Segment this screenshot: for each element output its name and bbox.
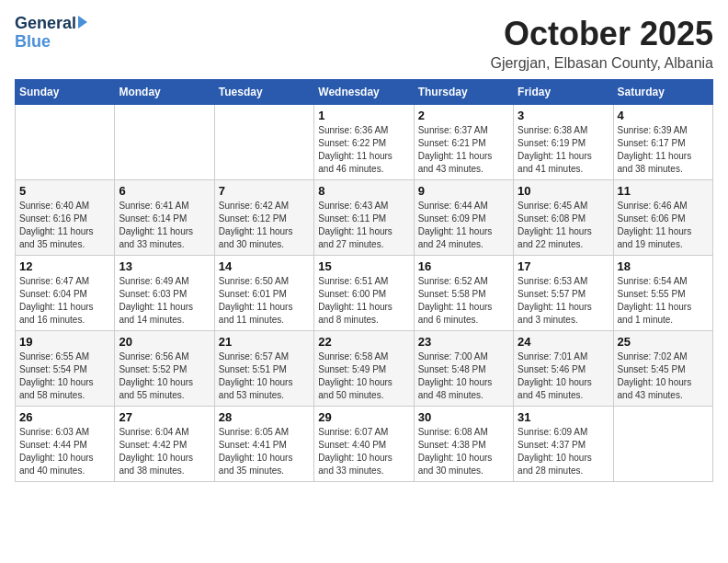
calendar-cell: 4Sunrise: 6:39 AM Sunset: 6:17 PM Daylig… xyxy=(613,105,712,180)
calendar-cell: 2Sunrise: 6:37 AM Sunset: 6:21 PM Daylig… xyxy=(414,105,513,180)
calendar-cell: 21Sunrise: 6:57 AM Sunset: 5:51 PM Dayli… xyxy=(214,331,313,407)
calendar-cell: 30Sunrise: 6:08 AM Sunset: 4:38 PM Dayli… xyxy=(414,407,513,482)
calendar-week-3: 12Sunrise: 6:47 AM Sunset: 6:04 PM Dayli… xyxy=(16,256,713,331)
calendar-week-5: 26Sunrise: 6:03 AM Sunset: 4:44 PM Dayli… xyxy=(16,407,713,482)
day-number: 19 xyxy=(19,335,110,349)
day-number: 1 xyxy=(318,109,409,122)
calendar-cell: 15Sunrise: 6:51 AM Sunset: 6:00 PM Dayli… xyxy=(314,256,414,331)
day-number: 6 xyxy=(119,184,210,198)
day-info: Sunrise: 7:01 AM Sunset: 5:46 PM Dayligh… xyxy=(518,350,609,402)
day-info: Sunrise: 6:46 AM Sunset: 6:06 PM Dayligh… xyxy=(618,200,709,251)
day-number: 21 xyxy=(219,335,310,349)
calendar-week-2: 5Sunrise: 6:40 AM Sunset: 6:16 PM Daylig… xyxy=(16,180,713,256)
day-number: 26 xyxy=(19,410,110,424)
day-info: Sunrise: 6:53 AM Sunset: 5:57 PM Dayligh… xyxy=(518,275,609,327)
calendar-cell: 1Sunrise: 6:36 AM Sunset: 6:22 PM Daylig… xyxy=(314,105,414,180)
calendar-cell: 27Sunrise: 6:04 AM Sunset: 4:42 PM Dayli… xyxy=(115,407,214,482)
calendar-cell xyxy=(214,105,313,180)
calendar-cell: 16Sunrise: 6:52 AM Sunset: 5:58 PM Dayli… xyxy=(414,256,513,331)
calendar-week-1: 1Sunrise: 6:36 AM Sunset: 6:22 PM Daylig… xyxy=(16,105,713,180)
day-info: Sunrise: 6:49 AM Sunset: 6:03 PM Dayligh… xyxy=(119,275,210,327)
day-info: Sunrise: 6:40 AM Sunset: 6:16 PM Dayligh… xyxy=(19,200,110,251)
page-header: General Blue October 2025 Gjergjan, Elba… xyxy=(15,15,713,72)
weekday-header-row: SundayMondayTuesdayWednesdayThursdayFrid… xyxy=(16,80,713,105)
day-info: Sunrise: 7:00 AM Sunset: 5:48 PM Dayligh… xyxy=(418,350,509,402)
day-number: 23 xyxy=(418,335,509,349)
day-number: 22 xyxy=(318,335,409,349)
calendar-cell: 31Sunrise: 6:09 AM Sunset: 4:37 PM Dayli… xyxy=(514,407,613,482)
calendar-cell: 20Sunrise: 6:56 AM Sunset: 5:52 PM Dayli… xyxy=(115,331,214,407)
day-info: Sunrise: 6:09 AM Sunset: 4:37 PM Dayligh… xyxy=(518,426,609,477)
calendar-cell: 12Sunrise: 6:47 AM Sunset: 6:04 PM Dayli… xyxy=(16,256,115,331)
calendar-cell: 24Sunrise: 7:01 AM Sunset: 5:46 PM Dayli… xyxy=(514,331,613,407)
calendar-week-4: 19Sunrise: 6:55 AM Sunset: 5:54 PM Dayli… xyxy=(16,331,713,407)
day-info: Sunrise: 6:04 AM Sunset: 4:42 PM Dayligh… xyxy=(119,426,210,477)
calendar-cell: 18Sunrise: 6:54 AM Sunset: 5:55 PM Dayli… xyxy=(613,256,712,331)
calendar-cell: 26Sunrise: 6:03 AM Sunset: 4:44 PM Dayli… xyxy=(16,407,115,482)
calendar-cell: 3Sunrise: 6:38 AM Sunset: 6:19 PM Daylig… xyxy=(514,105,613,180)
day-info: Sunrise: 6:38 AM Sunset: 6:19 PM Dayligh… xyxy=(518,124,609,176)
day-info: Sunrise: 6:08 AM Sunset: 4:38 PM Dayligh… xyxy=(418,426,509,477)
calendar-table: SundayMondayTuesdayWednesdayThursdayFrid… xyxy=(15,79,713,482)
calendar-cell: 13Sunrise: 6:49 AM Sunset: 6:03 PM Dayli… xyxy=(115,256,214,331)
day-info: Sunrise: 6:07 AM Sunset: 4:40 PM Dayligh… xyxy=(318,426,409,477)
day-info: Sunrise: 6:03 AM Sunset: 4:44 PM Dayligh… xyxy=(19,426,110,477)
calendar-cell: 25Sunrise: 7:02 AM Sunset: 5:45 PM Dayli… xyxy=(613,331,712,407)
day-number: 30 xyxy=(418,410,509,424)
day-info: Sunrise: 6:41 AM Sunset: 6:14 PM Dayligh… xyxy=(119,200,210,251)
calendar-cell: 23Sunrise: 7:00 AM Sunset: 5:48 PM Dayli… xyxy=(414,331,513,407)
day-info: Sunrise: 6:58 AM Sunset: 5:49 PM Dayligh… xyxy=(318,350,409,402)
day-number: 5 xyxy=(19,184,110,198)
weekday-header-monday: Monday xyxy=(115,80,214,105)
day-info: Sunrise: 6:42 AM Sunset: 6:12 PM Dayligh… xyxy=(219,200,310,251)
day-info: Sunrise: 6:47 AM Sunset: 6:04 PM Dayligh… xyxy=(19,275,110,327)
day-info: Sunrise: 6:56 AM Sunset: 5:52 PM Dayligh… xyxy=(119,350,210,402)
day-number: 2 xyxy=(418,109,509,122)
weekday-header-thursday: Thursday xyxy=(414,80,513,105)
day-number: 29 xyxy=(318,410,409,424)
day-number: 14 xyxy=(219,259,310,273)
calendar-cell: 10Sunrise: 6:45 AM Sunset: 6:08 PM Dayli… xyxy=(514,180,613,256)
day-info: Sunrise: 6:54 AM Sunset: 5:55 PM Dayligh… xyxy=(618,275,709,327)
calendar-cell xyxy=(16,105,115,180)
day-info: Sunrise: 6:55 AM Sunset: 5:54 PM Dayligh… xyxy=(19,350,110,402)
calendar-cell: 8Sunrise: 6:43 AM Sunset: 6:11 PM Daylig… xyxy=(314,180,414,256)
day-info: Sunrise: 6:44 AM Sunset: 6:09 PM Dayligh… xyxy=(418,200,509,251)
day-info: Sunrise: 6:05 AM Sunset: 4:41 PM Dayligh… xyxy=(219,426,310,477)
calendar-cell xyxy=(115,105,214,180)
day-number: 24 xyxy=(518,335,609,349)
day-number: 20 xyxy=(119,335,210,349)
weekday-header-wednesday: Wednesday xyxy=(314,80,414,105)
logo-text-line2: Blue xyxy=(15,33,51,52)
day-number: 7 xyxy=(219,184,310,198)
calendar-cell: 22Sunrise: 6:58 AM Sunset: 5:49 PM Dayli… xyxy=(314,331,414,407)
day-number: 12 xyxy=(19,259,110,273)
calendar-cell: 14Sunrise: 6:50 AM Sunset: 6:01 PM Dayli… xyxy=(214,256,313,331)
day-number: 9 xyxy=(418,184,509,198)
day-info: Sunrise: 6:37 AM Sunset: 6:21 PM Dayligh… xyxy=(418,124,509,176)
month-title: October 2025 xyxy=(490,15,713,53)
calendar-cell: 17Sunrise: 6:53 AM Sunset: 5:57 PM Dayli… xyxy=(514,256,613,331)
day-number: 17 xyxy=(518,259,609,273)
day-number: 18 xyxy=(618,259,709,273)
day-number: 4 xyxy=(618,109,709,122)
day-number: 15 xyxy=(318,259,409,273)
weekday-header-tuesday: Tuesday xyxy=(214,80,313,105)
day-number: 27 xyxy=(119,410,210,424)
weekday-header-friday: Friday xyxy=(514,80,613,105)
day-number: 11 xyxy=(618,184,709,198)
title-area: October 2025 Gjergjan, Elbasan County, A… xyxy=(490,15,713,72)
day-info: Sunrise: 6:43 AM Sunset: 6:11 PM Dayligh… xyxy=(318,200,409,251)
day-number: 28 xyxy=(219,410,310,424)
calendar-cell: 19Sunrise: 6:55 AM Sunset: 5:54 PM Dayli… xyxy=(16,331,115,407)
calendar-cell: 6Sunrise: 6:41 AM Sunset: 6:14 PM Daylig… xyxy=(115,180,214,256)
logo-arrow-icon xyxy=(78,16,87,29)
calendar-body: 1Sunrise: 6:36 AM Sunset: 6:22 PM Daylig… xyxy=(16,105,713,482)
day-number: 8 xyxy=(318,184,409,198)
logo: General Blue xyxy=(15,15,87,52)
day-info: Sunrise: 6:52 AM Sunset: 5:58 PM Dayligh… xyxy=(418,275,509,327)
day-info: Sunrise: 6:51 AM Sunset: 6:00 PM Dayligh… xyxy=(318,275,409,327)
weekday-header-sunday: Sunday xyxy=(16,80,115,105)
weekday-header-saturday: Saturday xyxy=(613,80,712,105)
day-number: 10 xyxy=(518,184,609,198)
